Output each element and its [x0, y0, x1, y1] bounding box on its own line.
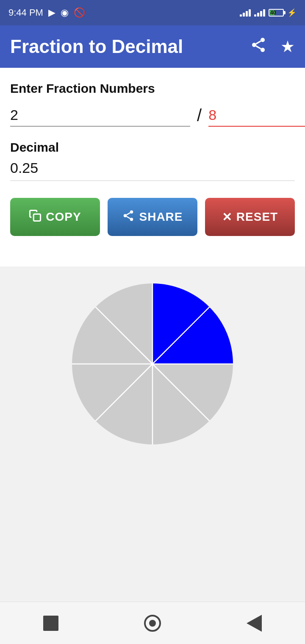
- circle-indicator: ◉: [61, 7, 69, 18]
- charging-icon: ⚡: [287, 8, 297, 17]
- decimal-result: 0.25: [10, 160, 295, 181]
- play-indicator: ▶: [48, 7, 55, 18]
- signal-bars-2: [254, 9, 265, 17]
- signal-bars-1: [240, 9, 251, 17]
- app-title: Fraction to Decimal: [10, 36, 183, 57]
- back-button[interactable]: [241, 611, 267, 636]
- copy-button[interactable]: COPY: [10, 198, 100, 236]
- svg-line-9: [127, 216, 130, 218]
- time-display: 9:44 PM: [8, 7, 43, 18]
- copy-icon: [29, 209, 42, 225]
- svg-rect-5: [34, 214, 41, 221]
- app-bar: Fraction to Decimal ★: [0, 25, 305, 68]
- battery-indicator: 40: [269, 9, 284, 17]
- denominator-input[interactable]: [208, 107, 305, 127]
- chart-area: [0, 266, 305, 478]
- bottom-navigation: [0, 602, 305, 644]
- action-buttons-row: COPY SHARE ✕ RESET: [10, 198, 295, 236]
- svg-line-10: [127, 213, 130, 215]
- do-not-disturb-icon: 🚫: [74, 7, 85, 18]
- section-label: Enter Fraction Numbers: [10, 81, 295, 96]
- numerator-input[interactable]: [10, 107, 190, 127]
- svg-point-6: [130, 210, 133, 214]
- reset-icon: ✕: [222, 210, 232, 224]
- svg-line-3: [256, 46, 261, 49]
- reset-label: RESET: [236, 210, 278, 224]
- home-icon: [144, 615, 161, 632]
- status-bar: 9:44 PM ▶ ◉ 🚫 40 ⚡: [0, 0, 305, 25]
- share-icon[interactable]: [250, 36, 267, 57]
- share-button[interactable]: SHARE: [108, 198, 197, 236]
- star-icon[interactable]: ★: [280, 37, 295, 56]
- svg-point-1: [252, 43, 256, 47]
- home-button[interactable]: [140, 611, 165, 636]
- back-icon: [247, 615, 262, 632]
- copy-label: COPY: [46, 210, 81, 224]
- svg-point-2: [261, 47, 265, 52]
- main-content: Enter Fraction Numbers / Decimal 0.25 CO…: [0, 68, 305, 266]
- reset-button[interactable]: ✕ RESET: [205, 198, 295, 236]
- fraction-slash: /: [197, 106, 202, 127]
- svg-point-0: [261, 38, 265, 42]
- svg-point-8: [130, 218, 133, 221]
- recent-apps-button[interactable]: [38, 611, 64, 636]
- share-label: SHARE: [139, 210, 183, 224]
- svg-line-4: [256, 41, 261, 44]
- svg-point-7: [124, 214, 127, 217]
- recent-apps-icon: [43, 616, 58, 631]
- pie-chart: [64, 275, 241, 453]
- decimal-label: Decimal: [10, 140, 295, 155]
- share-btn-icon: [122, 209, 135, 225]
- fraction-input-row: /: [10, 106, 295, 127]
